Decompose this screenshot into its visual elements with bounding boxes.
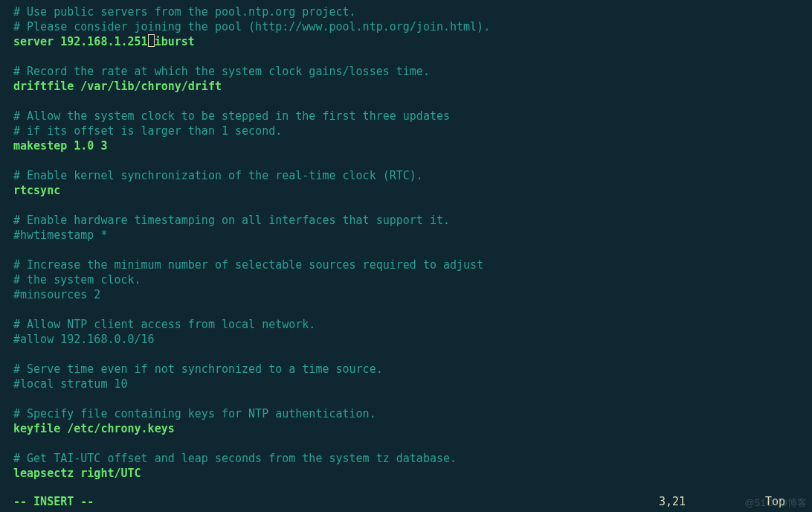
editor-line[interactable]: #minsources 2 [13,287,806,302]
editor-line[interactable] [13,302,806,317]
editor-line[interactable]: # Enable kernel synchronization of the r… [13,168,806,183]
watermark-text: @51CTO博客 [744,496,808,511]
directive-text: makestep 1.0 3 [13,139,107,153]
editor-line[interactable]: # Specify file containing keys for NTP a… [13,406,806,421]
comment-text: # Allow the system clock to be stepped i… [13,109,450,123]
editor-line[interactable]: # Enable hardware timestamping on all in… [13,213,806,228]
directive-prefix: server 192.168.1.251 [13,35,148,48]
directive-text: leapsectz right/UTC [13,467,141,480]
editor-viewport[interactable]: # Use public servers from the pool.ntp.o… [13,4,806,509]
vim-mode-indicator: -- INSERT -- [13,494,94,509]
editor-line[interactable] [13,94,806,109]
comment-text: # Use public servers from the pool.ntp.o… [13,5,356,19]
editor-line[interactable]: # Increase the minimum number of selecta… [13,257,806,272]
editor-line[interactable]: keyfile /etc/chrony.keys [13,421,806,436]
editor-line[interactable] [13,198,806,213]
comment-text: # Increase the minimum number of selecta… [13,258,483,272]
comment-text: # Enable hardware timestamping on all in… [13,214,450,227]
comment-text: # the system clock. [13,273,141,287]
editor-line[interactable]: leapsectz right/UTC [13,466,806,481]
editor-line[interactable]: rtcsync [13,183,806,198]
directive-text: driftfile /var/lib/chrony/drift [13,80,222,93]
editor-line[interactable]: #allow 192.168.0.0/16 [13,332,806,347]
comment-text: #allow 192.168.0.0/16 [13,333,155,346]
editor-line[interactable]: # Serve time even if not synchronized to… [13,362,806,377]
text-cursor [148,34,155,47]
editor-line[interactable]: # if its offset is larger than 1 second. [13,124,806,138]
comment-text: # Enable kernel synchronization of the r… [13,169,423,182]
editor-line[interactable] [13,391,806,406]
comment-text: # Specify file containing keys for NTP a… [13,407,376,420]
comment-text: # Serve time even if not synchronized to… [13,362,383,376]
comment-text: # if its offset is larger than 1 second. [13,124,282,138]
comment-text: # Allow NTP client access from local net… [13,318,315,331]
comment-text: #local stratum 10 [13,377,128,391]
editor-line[interactable]: # the system clock. [13,272,806,287]
directive-text: keyfile /etc/chrony.keys [13,422,175,435]
editor-line[interactable]: # Get TAI-UTC offset and leap seconds fr… [13,451,806,466]
editor-line[interactable]: # Use public servers from the pool.ntp.o… [13,4,806,19]
editor-line[interactable]: #hwtimestamp * [13,228,806,243]
editor-line[interactable] [13,153,806,168]
directive-text: rtcsync [13,184,60,197]
editor-line[interactable] [13,243,806,257]
cursor-position: 3,21 [659,494,686,509]
editor-line[interactable] [13,49,806,64]
comment-text: #minsources 2 [13,288,100,301]
comment-text: #hwtimestamp * [13,228,107,242]
editor-line[interactable] [13,481,806,496]
editor-line[interactable]: makestep 1.0 3 [13,138,806,153]
editor-line[interactable] [13,347,806,362]
comment-text: # Please consider joining the pool (http… [13,20,490,33]
editor-line[interactable]: #local stratum 10 [13,377,806,391]
editor-line[interactable]: # Please consider joining the pool (http… [13,19,806,34]
editor-line[interactable]: # Allow NTP client access from local net… [13,317,806,332]
editor-line[interactable]: driftfile /var/lib/chrony/drift [13,79,806,94]
editor-line[interactable]: # Record the rate at which the system cl… [13,64,806,79]
directive-suffix: iburst [155,35,195,48]
editor-line[interactable]: # Allow the system clock to be stepped i… [13,109,806,124]
editor-line[interactable]: server 192.168.1.251iburst [13,34,806,49]
editor-line[interactable] [13,436,806,451]
comment-text: # Record the rate at which the system cl… [13,65,430,78]
comment-text: # Get TAI-UTC offset and leap seconds fr… [13,452,457,465]
